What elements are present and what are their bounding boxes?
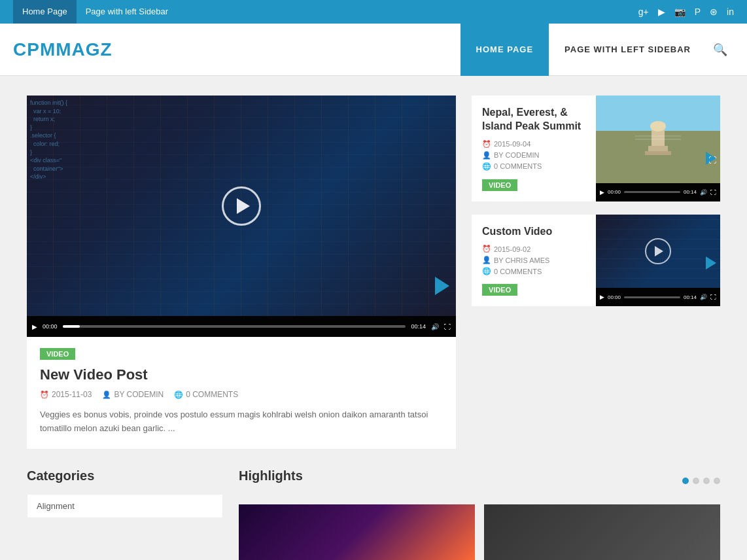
highlight-card-2[interactable] — [484, 504, 720, 560]
card2-progress-bar[interactable] — [624, 296, 680, 298]
card-nepal-image: ⛶ ▶ 00:00 00:14 🔊 ⛶ — [596, 96, 720, 201]
highlights-title: Highlights — [239, 468, 303, 483]
main-nav: HOME PAGE PAGE WITH LEFT SIDEBAR 🔍 — [460, 24, 734, 75]
card-nepal-date: ⏰ 2015-09-04 — [482, 140, 585, 149]
card-nepal-tag: VIDEO — [482, 179, 585, 191]
top-nav-home[interactable]: Home Page — [13, 0, 77, 24]
highlight-dot-4[interactable] — [714, 478, 720, 484]
card-nepal-comments: 🌐 0 COMMENTS — [482, 162, 585, 171]
card-duration: 00:14 — [684, 189, 697, 195]
nav-item-sidebar[interactable]: PAGE WITH LEFT SIDEBAR — [549, 24, 706, 76]
youtube-icon[interactable]: ▶ — [658, 7, 665, 17]
play-arrow-corner-icon — [435, 277, 449, 295]
card-play-icon[interactable]: ▶ — [600, 189, 604, 196]
main-play-button[interactable] — [222, 186, 261, 226]
highlight-dot-2[interactable] — [693, 478, 699, 484]
card-volume-icon[interactable]: 🔊 — [700, 189, 707, 196]
custom-tag-badge[interactable]: VIDEO — [482, 284, 517, 296]
instagram-icon[interactable]: 📷 — [674, 7, 686, 17]
svg-point-3 — [650, 121, 666, 131]
card2-author-icon: 👤 — [482, 256, 491, 264]
card-progress-bar[interactable] — [624, 191, 680, 193]
card-current-time: 00:00 — [608, 189, 621, 195]
header: CPMMAGZ HOME PAGE PAGE WITH LEFT SIDEBAR… — [0, 24, 747, 76]
progress-fill — [63, 325, 80, 328]
card-custom-author: 👤 BY CHRIS AMES — [482, 256, 585, 264]
bottom-section: Categories Alignment Highlights — [14, 468, 733, 560]
card2-play-icon[interactable]: ▶ — [600, 294, 604, 300]
google-plus-icon[interactable]: g+ — [638, 7, 649, 17]
main-post-title: New Video Post — [40, 366, 443, 383]
card-nepal-title: Nepal, Everest, & Island Peak Summit — [482, 106, 585, 133]
highlights-pagination — [682, 478, 720, 484]
progress-bar[interactable] — [63, 325, 406, 328]
linkedin-icon[interactable]: in — [727, 7, 734, 17]
card-nepal-author: 👤 BY CODEMIN — [482, 151, 585, 160]
post-body: VIDEO New Video Post ⏰ 2015-11-03 👤 BY C… — [27, 337, 456, 449]
highlight-dot-1[interactable] — [682, 478, 689, 484]
logo[interactable]: CPMMAGZ — [13, 39, 113, 60]
highlight-card-1[interactable] — [239, 504, 475, 560]
card-custom-title: Custom Video — [482, 225, 585, 239]
card-custom-date: ⏰ 2015-09-02 — [482, 245, 585, 253]
card-fullscreen-icon[interactable]: ⛶ — [710, 189, 716, 196]
post-comments-value: 0 COMMENTS — [186, 390, 238, 399]
card-custom-tag: VIDEO — [482, 283, 585, 296]
nepal-video-bg: ⛶ — [596, 96, 720, 183]
categories-column: Categories Alignment — [27, 468, 223, 560]
card-nepal-controls: ▶ 00:00 00:14 🔊 ⛶ — [596, 183, 720, 201]
nav-item-home[interactable]: HOME PAGE — [460, 24, 549, 76]
custom-play-arrow-icon — [706, 256, 716, 270]
post-date: ⏰ 2015-11-03 — [40, 390, 92, 399]
current-time-label: 00:00 — [43, 323, 58, 330]
main-video-player: function init() { var x = 10; return x;}… — [27, 96, 456, 337]
play-control-icon[interactable]: ▶ — [32, 323, 37, 330]
author-icon: 👤 — [102, 391, 111, 399]
card-custom-controls: ▶ 00:00 00:14 🔊 ⛶ — [596, 288, 720, 306]
card-nepal: Nepal, Everest, & Island Peak Summit ⏰ 2… — [472, 96, 720, 201]
card2-fullscreen-icon[interactable]: ⛶ — [710, 294, 716, 300]
card-author-icon: 👤 — [482, 151, 491, 160]
fullscreen-icon[interactable]: ⛶ — [444, 323, 451, 330]
card2-comments-icon: 🌐 — [482, 267, 491, 275]
card2-duration: 00:14 — [684, 294, 697, 300]
card-custom: Custom Video ⏰ 2015-09-02 👤 BY CHRIS AME… — [472, 215, 720, 307]
pinterest-icon[interactable]: P — [695, 7, 701, 17]
post-comments: 🌐 0 COMMENTS — [174, 390, 238, 399]
highlights-header: Highlights — [239, 468, 720, 494]
category-alignment[interactable]: Alignment — [27, 494, 223, 518]
main-video-bg: function init() { var x = 10; return x;}… — [27, 96, 456, 316]
svg-rect-1 — [648, 146, 668, 151]
right-column: Nepal, Everest, & Island Peak Summit ⏰ 2… — [472, 96, 720, 449]
expand-icon[interactable]: ⛶ — [708, 156, 716, 165]
volume-icon[interactable]: 🔊 — [431, 323, 439, 330]
highlights-grid — [239, 504, 720, 560]
top-social-icons: g+ ▶ 📷 P ⊛ in — [638, 7, 734, 17]
search-icon[interactable]: 🔍 — [706, 43, 734, 57]
nepal-tag-badge[interactable]: VIDEO — [482, 179, 517, 191]
post-author-value: BY CODEMIN — [114, 390, 164, 399]
card-comments-icon: 🌐 — [482, 162, 491, 171]
post-date-value: 2015-11-03 — [52, 390, 92, 399]
main-video-controls: ▶ 00:00 00:14 🔊 ⛶ — [27, 316, 456, 337]
card-custom-comments: 🌐 0 COMMENTS — [482, 267, 585, 275]
card-custom-text: Custom Video ⏰ 2015-09-02 👤 BY CHRIS AME… — [472, 215, 596, 307]
card2-clock-icon: ⏰ — [482, 245, 491, 253]
post-excerpt: Veggies es bonus vobis, proinde vos post… — [40, 408, 443, 436]
top-nav-links: Home Page Page with left Sidebar — [13, 0, 177, 24]
duration-label: 00:14 — [411, 323, 426, 330]
top-nav-sidebar[interactable]: Page with left Sidebar — [77, 0, 177, 24]
highlights-column: Highlights — [239, 468, 720, 560]
main-post-tag[interactable]: VIDEO — [40, 348, 75, 360]
card-custom-image: ▶ 00:00 00:14 🔊 ⛶ — [596, 215, 720, 307]
main-post: function init() { var x = 10; return x;}… — [27, 96, 456, 449]
stupa-illustration — [632, 113, 684, 166]
dribbble-icon[interactable]: ⊛ — [710, 7, 718, 17]
comments-icon: 🌐 — [174, 391, 183, 399]
card-nepal-text: Nepal, Everest, & Island Peak Summit ⏰ 2… — [472, 96, 596, 201]
highlight-dot-3[interactable] — [703, 478, 710, 484]
custom-video-bg — [596, 215, 720, 289]
main-post-meta: ⏰ 2015-11-03 👤 BY CODEMIN 🌐 0 COMMENTS — [40, 390, 443, 399]
clock-icon: ⏰ — [40, 391, 49, 399]
card2-volume-icon[interactable]: 🔊 — [700, 294, 707, 300]
